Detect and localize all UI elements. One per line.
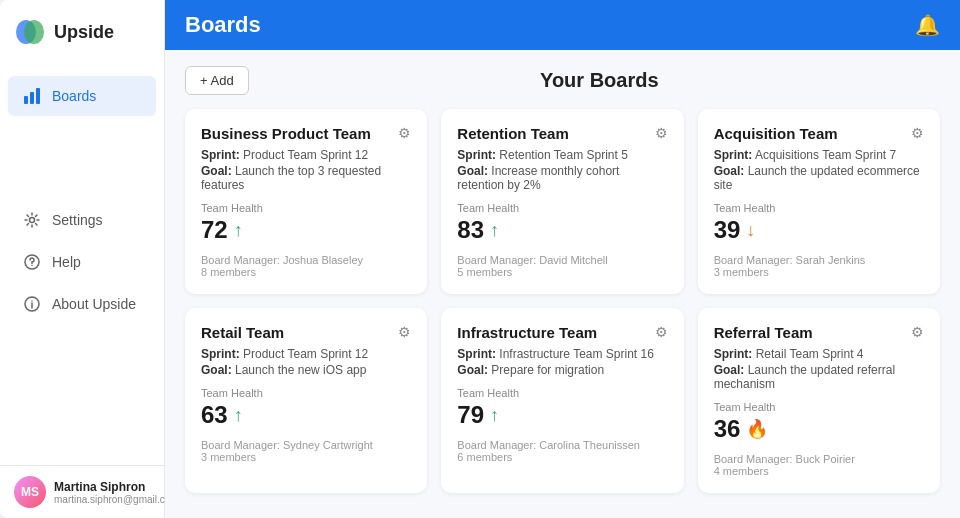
board-card-header: Acquisition Team ⚙ (714, 125, 924, 142)
board-members: 5 members (457, 266, 667, 278)
board-sprint: Sprint: Product Team Sprint 12 (201, 148, 411, 162)
goal-label: Goal: (201, 363, 232, 377)
team-health-label: Team Health (714, 401, 924, 413)
board-sprint: Sprint: Retention Team Sprint 5 (457, 148, 667, 162)
board-title: Referral Team (714, 324, 813, 341)
board-goal: Goal: Prepare for migration (457, 363, 667, 377)
svg-point-5 (30, 218, 35, 223)
boards-content: + Add Your Boards Business Product Team … (165, 50, 960, 518)
sprint-label: Sprint: (714, 347, 753, 361)
gear-icon[interactable]: ⚙ (655, 125, 668, 141)
health-arrow-icon: ↑ (234, 405, 243, 426)
board-goal: Goal: Launch the new iOS app (201, 363, 411, 377)
upside-logo-icon (14, 16, 46, 48)
sidebar-item-about[interactable]: About Upside (8, 284, 156, 324)
board-title: Retail Team (201, 324, 284, 341)
board-sprint: Sprint: Acquisitions Team Sprint 7 (714, 148, 924, 162)
sidebar-nav: Boards Settings Help (0, 64, 164, 465)
boards-toolbar: + Add Your Boards (185, 66, 940, 95)
avatar: MS (14, 476, 46, 508)
health-arrow-icon: ↓ (746, 220, 755, 241)
health-row: 72 ↑ (201, 216, 411, 244)
sidebar-footer[interactable]: MS Martina Siphron martina.siphron@gmail… (0, 465, 164, 518)
settings-icon (22, 210, 42, 230)
health-arrow-icon: ↑ (490, 405, 499, 426)
health-arrow-icon: ↑ (490, 220, 499, 241)
board-goal: Goal: Launch the top 3 requested feature… (201, 164, 411, 192)
sidebar-item-about-label: About Upside (52, 296, 136, 312)
gear-icon[interactable]: ⚙ (911, 125, 924, 141)
header: Boards 🔔 (165, 0, 960, 50)
health-value: 36 (714, 415, 741, 443)
board-title: Infrastructure Team (457, 324, 597, 341)
goal-label: Goal: (714, 164, 745, 178)
sidebar-logo: Upside (0, 0, 164, 64)
board-sprint: Sprint: Product Team Sprint 12 (201, 347, 411, 361)
board-sprint: Sprint: Retail Team Sprint 4 (714, 347, 924, 361)
board-goal: Goal: Launch the updated ecommerce site (714, 164, 924, 192)
goal-label: Goal: (457, 363, 488, 377)
sidebar-item-settings[interactable]: Settings (8, 200, 156, 240)
sidebar-item-help-label: Help (52, 254, 81, 270)
board-manager: Board Manager: Buck Poirier (714, 453, 924, 465)
bell-icon[interactable]: 🔔 (915, 13, 940, 37)
sidebar-item-boards[interactable]: Boards (8, 76, 156, 116)
sprint-label: Sprint: (201, 347, 240, 361)
board-card-infrastructure-team[interactable]: Infrastructure Team ⚙ Sprint: Infrastruc… (441, 308, 683, 493)
board-card-header: Business Product Team ⚙ (201, 125, 411, 142)
board-title: Acquisition Team (714, 125, 838, 142)
boards-section-title: Your Boards (259, 69, 940, 92)
goal-label: Goal: (201, 164, 232, 178)
board-members: 3 members (201, 451, 411, 463)
board-card-referral-team[interactable]: Referral Team ⚙ Sprint: Retail Team Spri… (698, 308, 940, 493)
user-email: martina.siphron@gmail.com (54, 494, 179, 505)
svg-point-7 (31, 265, 33, 267)
goal-label: Goal: (457, 164, 488, 178)
board-title: Business Product Team (201, 125, 371, 142)
health-row: 36 🔥 (714, 415, 924, 443)
user-name: Martina Siphron (54, 480, 179, 494)
sprint-label: Sprint: (201, 148, 240, 162)
board-card-acquisition-team[interactable]: Acquisition Team ⚙ Sprint: Acquisitions … (698, 109, 940, 294)
health-row: 83 ↑ (457, 216, 667, 244)
sidebar-item-boards-label: Boards (52, 88, 96, 104)
board-manager: Board Manager: Joshua Blaseley (201, 254, 411, 266)
health-value: 39 (714, 216, 741, 244)
sidebar-logo-text: Upside (54, 22, 114, 43)
board-members: 8 members (201, 266, 411, 278)
board-sprint: Sprint: Infrastructure Team Sprint 16 (457, 347, 667, 361)
health-value: 63 (201, 401, 228, 429)
health-value: 79 (457, 401, 484, 429)
gear-icon[interactable]: ⚙ (398, 324, 411, 340)
sidebar-item-help[interactable]: Help (8, 242, 156, 282)
svg-rect-3 (30, 92, 34, 104)
board-card-header: Retail Team ⚙ (201, 324, 411, 341)
gear-icon[interactable]: ⚙ (655, 324, 668, 340)
board-members: 3 members (714, 266, 924, 278)
team-health-label: Team Health (457, 202, 667, 214)
board-card-business-product-team[interactable]: Business Product Team ⚙ Sprint: Product … (185, 109, 427, 294)
health-row: 63 ↑ (201, 401, 411, 429)
health-value: 83 (457, 216, 484, 244)
board-members: 6 members (457, 451, 667, 463)
info-icon (22, 294, 42, 314)
svg-rect-2 (24, 96, 28, 104)
board-card-header: Retention Team ⚙ (457, 125, 667, 142)
health-arrow-icon: 🔥 (746, 418, 768, 440)
sidebar-item-settings-label: Settings (52, 212, 103, 228)
sprint-label: Sprint: (457, 148, 496, 162)
team-health-label: Team Health (714, 202, 924, 214)
board-card-retention-team[interactable]: Retention Team ⚙ Sprint: Retention Team … (441, 109, 683, 294)
board-card-retail-team[interactable]: Retail Team ⚙ Sprint: Product Team Sprin… (185, 308, 427, 493)
gear-icon[interactable]: ⚙ (911, 324, 924, 340)
gear-icon[interactable]: ⚙ (398, 125, 411, 141)
health-row: 39 ↓ (714, 216, 924, 244)
goal-label: Goal: (714, 363, 745, 377)
board-members: 4 members (714, 465, 924, 477)
health-value: 72 (201, 216, 228, 244)
add-button[interactable]: + Add (185, 66, 249, 95)
board-goal: Goal: Launch the updated referral mechan… (714, 363, 924, 391)
svg-point-1 (24, 20, 44, 44)
health-row: 79 ↑ (457, 401, 667, 429)
board-title: Retention Team (457, 125, 568, 142)
